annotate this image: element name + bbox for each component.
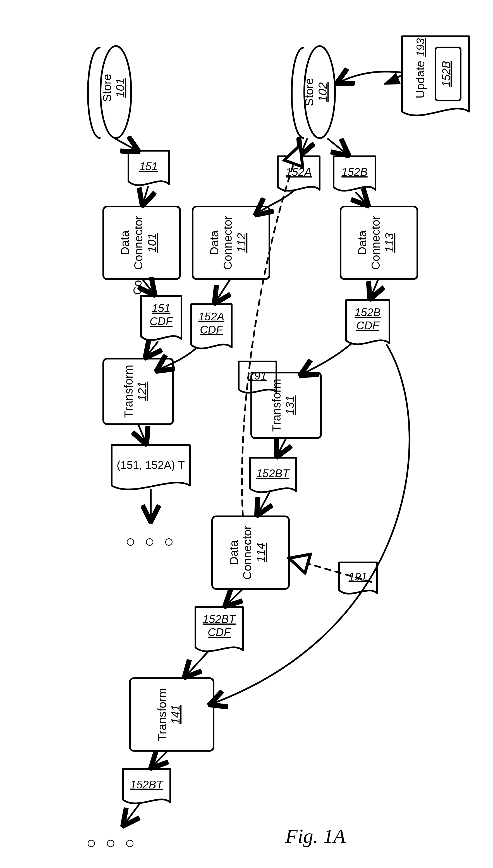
svg-text:151: 151 <box>139 160 158 173</box>
svg-text:101: 101 <box>146 233 158 253</box>
figure-1a: 100 Store 101 151 Data Connector 101 Dat… <box>0 0 493 868</box>
svg-text:Connector: Connector <box>241 525 254 580</box>
svg-text:(151, 152A) T: (151, 152A) T <box>117 459 185 471</box>
svg-text:152B: 152B <box>355 306 381 319</box>
data-connector-114: Data Connector 114 <box>212 516 289 589</box>
svg-text:Update: Update <box>414 61 427 98</box>
edge-152b-to-dc113 <box>356 193 368 206</box>
svg-text:Data: Data <box>356 230 369 255</box>
svg-text:CDF: CDF <box>200 324 223 336</box>
doc-152b: 152B <box>334 156 376 191</box>
edge-152acdf-to-t121 <box>156 349 195 371</box>
svg-text:193: 193 <box>414 38 427 57</box>
store-101: Store 101 <box>88 46 131 138</box>
edge-t121-to-tuple <box>138 424 147 444</box>
svg-text:Data: Data <box>227 540 240 565</box>
edge-dc112-to-152acdf <box>214 279 230 304</box>
edge-152btout-out <box>123 804 140 826</box>
svg-text:Transform: Transform <box>155 688 169 741</box>
transform-141: Transform 141 <box>130 678 214 751</box>
ellipsis-1: ○ ○ ○ <box>125 532 176 551</box>
svg-text:152BT: 152BT <box>256 467 290 479</box>
edge-152bt-to-dc114 <box>257 493 270 516</box>
svg-text:121: 121 <box>135 382 149 401</box>
doc-update-193: Update 193 152B <box>401 35 473 118</box>
doc-151-cdf: 151 CDF <box>141 296 181 340</box>
svg-text:152B: 152B <box>440 61 452 87</box>
svg-text:Connector: Connector <box>369 216 382 270</box>
edge-t141-to-152btout <box>151 751 168 768</box>
svg-text:102: 102 <box>316 82 329 102</box>
doc-152a: 152A <box>278 156 320 191</box>
edge-t131-to-152bt <box>276 438 286 457</box>
doc-152b-cdf: 152B CDF <box>346 300 389 344</box>
svg-text:Connector: Connector <box>132 216 145 270</box>
edge-store102-to-152b <box>328 139 349 156</box>
transform-131: Transform 131 <box>251 373 321 438</box>
edge-152a-to-dc112 <box>255 191 293 215</box>
edge-update-to-store102 <box>336 71 402 84</box>
svg-text:191: 191 <box>349 570 367 583</box>
svg-text:152BT: 152BT <box>203 613 236 625</box>
svg-text:151: 151 <box>152 302 171 314</box>
edge-152bcdf-to-t131 <box>300 343 352 375</box>
edge-dc114-to-152btcdf <box>225 589 243 607</box>
doc-152bt-cdf: 152BT CDF <box>195 607 243 651</box>
svg-text:CDF: CDF <box>208 626 231 638</box>
svg-text:191: 191 <box>248 370 267 382</box>
svg-text:114: 114 <box>254 543 267 562</box>
doc-151: 151 <box>128 151 169 185</box>
store-102: Store 102 <box>292 46 335 138</box>
svg-text:113: 113 <box>383 233 396 253</box>
data-connector-113: Data Connector 113 <box>341 207 417 279</box>
edge-152btcdf-to-t141 <box>184 652 208 678</box>
svg-text:CDF: CDF <box>150 315 173 327</box>
svg-text:Data: Data <box>208 230 221 255</box>
svg-text:152BT: 152BT <box>130 778 164 791</box>
svg-text:Connector: Connector <box>221 216 234 270</box>
svg-text:Data: Data <box>119 230 131 255</box>
doc-152bt: 152BT <box>250 458 296 492</box>
svg-text:131: 131 <box>283 395 297 415</box>
doc-tuple-out: (151, 152A) T <box>112 445 190 490</box>
edge-store102-to-152a <box>300 139 307 156</box>
svg-text:101: 101 <box>114 78 127 98</box>
doc-152bt-out: 152BT <box>123 769 170 804</box>
svg-text:Store: Store <box>303 78 316 106</box>
svg-text:CDF: CDF <box>356 319 380 331</box>
svg-text:Store: Store <box>101 74 114 102</box>
data-connector-112: Data Connector 112 <box>193 207 270 279</box>
svg-text:141: 141 <box>169 705 182 724</box>
svg-text:112: 112 <box>235 233 248 253</box>
edge-dc113-to-152bcdf <box>370 279 378 300</box>
edge-151-to-dc101 <box>142 187 148 206</box>
doc-152a-cdf: 152A CDF <box>191 304 232 349</box>
svg-text:152B: 152B <box>341 166 367 178</box>
edge-152bcdf-to-t141 <box>209 345 409 705</box>
edge-dc101-to-151cdf <box>142 279 155 295</box>
svg-text:152A: 152A <box>198 310 224 323</box>
figure-caption: Fig. 1A <box>285 825 346 847</box>
ellipsis-2: ○ ○ ○ <box>86 833 137 852</box>
edge-151cdf-to-t121 <box>145 342 158 358</box>
edge-store101-to-151 <box>116 139 139 152</box>
svg-text:Transform: Transform <box>122 365 135 418</box>
